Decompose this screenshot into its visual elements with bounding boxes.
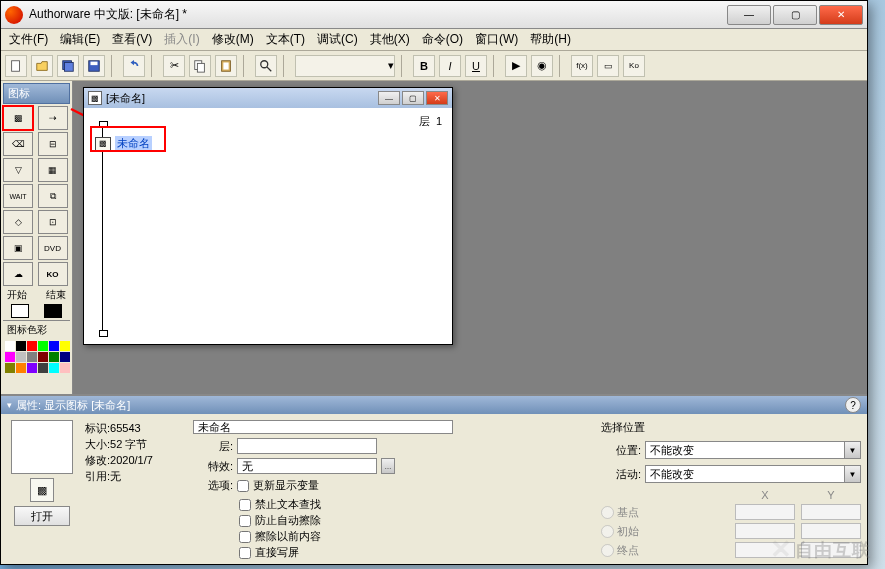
interaction-icon-tool[interactable]: ⧉ [38,184,68,208]
chk-prevent-erase[interactable] [239,515,251,527]
main-window: Authorware 中文版: [未命名] * — ▢ ✕ 文件(F) 编辑(E… [0,0,868,565]
color-swatch[interactable] [5,341,15,351]
color-swatch[interactable] [27,341,37,351]
property-header[interactable]: ▾ 属性: 显示图标 [未命名] ? [1,396,867,414]
erase-icon-tool[interactable]: ⌫ [3,132,33,156]
color-swatch[interactable] [27,352,37,362]
menu-window[interactable]: 窗口(W) [469,29,524,50]
display-icon-tool[interactable]: ▩ [3,106,33,130]
minimize-button[interactable]: — [727,5,771,25]
wait-icon-tool[interactable]: ⊟ [38,132,68,156]
map-icon-tool[interactable]: ⊡ [38,210,68,234]
design-minimize-button[interactable]: — [378,91,400,105]
design-titlebar[interactable]: ▩ [未命名] — ▢ ✕ [84,88,452,108]
find-button[interactable] [255,55,277,77]
color-swatch[interactable] [5,363,15,373]
chk-update-vars[interactable] [237,480,249,492]
color-swatch[interactable] [49,352,59,362]
copy-button[interactable] [189,55,211,77]
menu-other[interactable]: 其他(X) [364,29,416,50]
video-icon-tool[interactable]: ☁ [3,262,33,286]
effect-input[interactable]: 无 [237,458,377,474]
bold-button[interactable]: B [413,55,435,77]
control-panel-button[interactable]: ◉ [531,55,553,77]
titlebar: Authorware 中文版: [未命名] * — ▢ ✕ [1,1,867,29]
color-swatch[interactable] [60,341,70,351]
underline-button[interactable]: U [465,55,487,77]
menu-modify[interactable]: 修改(M) [206,29,260,50]
dropdown-arrow-icon[interactable]: ▼ [844,466,860,482]
node-label[interactable]: 未命名 [115,136,152,151]
maximize-button[interactable]: ▢ [773,5,817,25]
movie-icon-tool[interactable]: ▣ [3,236,33,260]
run-button[interactable]: ▶ [505,55,527,77]
collapse-arrow-icon[interactable]: ▾ [7,400,12,410]
cut-button[interactable]: ✂ [163,55,185,77]
decision-icon-tool[interactable]: WAIT [3,184,33,208]
knowledge-button[interactable]: Ko [623,55,645,77]
color-swatch[interactable] [16,352,26,362]
flowline[interactable] [102,124,103,334]
menu-edit[interactable]: 编辑(E) [54,29,106,50]
menu-help[interactable]: 帮助(H) [524,29,577,50]
save-all-button[interactable] [57,55,79,77]
menu-text[interactable]: 文本(T) [260,29,311,50]
open-icon-button[interactable]: 打开 [14,506,70,526]
chk-no-text-search[interactable] [239,499,251,511]
variables-button[interactable]: ▭ [597,55,619,77]
color-swatch[interactable] [5,352,15,362]
help-button[interactable]: ? [845,397,861,413]
close-button[interactable]: ✕ [819,5,863,25]
menu-file[interactable]: 文件(F) [3,29,54,50]
color-swatch[interactable] [60,363,70,373]
menu-command[interactable]: 命令(O) [416,29,469,50]
undo-button[interactable] [123,55,145,77]
effect-browse-button[interactable]: … [381,458,395,474]
navigate-icon-tool[interactable]: ▽ [3,158,33,182]
menu-debug[interactable]: 调试(C) [311,29,364,50]
color-swatch[interactable] [38,352,48,362]
radio-end [601,544,614,557]
color-swatch[interactable] [38,341,48,351]
menu-view[interactable]: 查看(V) [106,29,158,50]
design-body[interactable]: 层 1 ▩ 未命名 [84,108,452,344]
chk-erase-prev[interactable] [239,531,251,543]
save-button[interactable] [83,55,105,77]
title-input[interactable] [193,420,453,434]
end-flag[interactable] [44,304,62,318]
color-swatch[interactable] [16,363,26,373]
motion-icon-tool[interactable]: ⇢ [38,106,68,130]
menu-insert[interactable]: 插入(I) [158,29,205,50]
layer-input[interactable] [237,438,377,454]
dropdown-arrow-icon[interactable]: ▼ [844,442,860,458]
color-swatch[interactable] [27,363,37,373]
watermark: 自由互联 [770,534,871,565]
color-swatch[interactable] [49,363,59,373]
activity-select[interactable]: 不能改变▼ [645,465,861,483]
italic-button[interactable]: I [439,55,461,77]
position-select[interactable]: 不能改变▼ [645,441,861,459]
display-icon[interactable]: ▩ [95,137,111,151]
design-maximize-button[interactable]: ▢ [402,91,424,105]
calc-icon-tool[interactable]: ◇ [3,210,33,234]
ko-icon-tool[interactable]: KO [38,262,68,286]
paste-button[interactable] [215,55,237,77]
framework-icon-tool[interactable]: ▦ [38,158,68,182]
font-select[interactable]: ▾ [295,55,395,77]
flowline-node[interactable]: ▩ 未命名 [95,136,152,151]
functions-button[interactable]: f(x) [571,55,593,77]
design-close-button[interactable]: ✕ [426,91,448,105]
color-grid[interactable] [3,339,70,375]
start-flag[interactable] [11,304,29,318]
icon-thumbnail[interactable]: ▩ [30,478,54,502]
color-swatch[interactable] [49,341,59,351]
open-button[interactable] [31,55,53,77]
sound-icon-tool[interactable]: DVD [38,236,68,260]
color-swatch[interactable] [16,341,26,351]
new-button[interactable] [5,55,27,77]
color-swatch[interactable] [38,363,48,373]
chk-direct-screen[interactable] [239,547,251,559]
design-window[interactable]: ▩ [未命名] — ▢ ✕ 层 1 ▩ 未命名 [83,87,453,345]
info-column: 标识:65543 大小:52 字节 修改:2020/1/7 引用:无 [85,420,185,558]
color-swatch[interactable] [60,352,70,362]
